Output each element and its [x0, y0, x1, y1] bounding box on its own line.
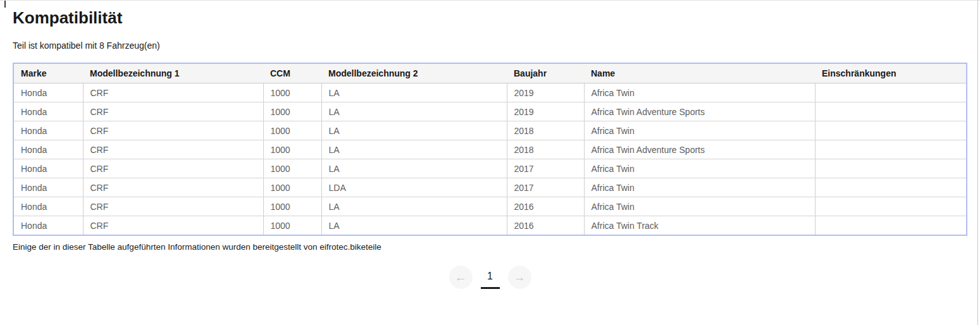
table-cell: Honda — [13, 83, 83, 102]
table-cell: CRF — [83, 178, 263, 197]
column-header-6: Einschränkungen — [815, 63, 967, 83]
table-cell: Honda — [13, 102, 83, 121]
table-cell: 2016 — [507, 216, 584, 236]
column-header-1: Modellbezeichnung 1 — [83, 63, 263, 83]
page-number: 1 — [487, 271, 493, 281]
current-page-underline — [481, 287, 500, 289]
next-page-button[interactable]: → — [508, 266, 531, 289]
table-cell: 1000 — [263, 197, 321, 216]
table-cell: Africa Twin — [584, 197, 815, 216]
table-cell: LDA — [321, 178, 507, 197]
table-cell: 2018 — [507, 121, 584, 140]
table-cell: Africa Twin Track — [584, 216, 815, 236]
table-cell: CRF — [83, 159, 263, 178]
table-cell: 2019 — [507, 102, 584, 121]
table-cell — [815, 197, 967, 216]
table-cell: LA — [321, 102, 507, 121]
table-cell: 1000 — [263, 121, 321, 140]
table-cell: LA — [321, 121, 507, 140]
table-row: HondaCRF1000LA2018Africa Twin Adventure … — [13, 140, 967, 159]
table-cell: 2017 — [507, 178, 584, 197]
table-cell: LA — [321, 159, 507, 178]
top-border-line — [0, 0, 980, 1]
table-cell — [815, 159, 967, 178]
table-cell: LA — [321, 197, 507, 216]
table-cell: CRF — [83, 140, 263, 159]
table-footnote: Einige der in dieser Tabelle aufgeführte… — [13, 242, 980, 252]
table-cell: LA — [321, 140, 507, 159]
column-header-4: Baujahr — [507, 63, 584, 83]
cursor-artifact — [4, 0, 6, 8]
table-cell: Africa Twin — [584, 121, 815, 140]
arrow-right-icon: → — [514, 271, 526, 283]
page-1-button[interactable]: 1 — [481, 266, 500, 291]
table-row: HondaCRF1000LA2017Africa Twin — [13, 159, 967, 178]
table-cell: 1000 — [263, 159, 321, 178]
column-header-5: Name — [584, 63, 815, 83]
table-header-row: MarkeModellbezeichnung 1CCMModellbezeich… — [13, 63, 967, 83]
arrow-left-icon: ← — [455, 271, 467, 283]
table-cell: Honda — [13, 216, 83, 236]
table-row: HondaCRF1000LA2018Africa Twin — [13, 121, 967, 140]
column-header-0: Marke — [13, 63, 83, 83]
table-cell: Honda — [13, 159, 83, 178]
pagination: ← 1 → — [0, 266, 980, 291]
table-cell: 2018 — [507, 140, 584, 159]
table-cell: 2016 — [507, 197, 584, 216]
table-cell — [815, 140, 967, 159]
table-row: HondaCRF1000LDA2017Africa Twin — [13, 178, 967, 197]
table-cell: Honda — [13, 121, 83, 140]
table-cell — [815, 121, 967, 140]
page-title: Kompatibilität — [13, 8, 980, 28]
table-cell: Honda — [13, 140, 83, 159]
table-cell: CRF — [83, 216, 263, 236]
right-border-line — [977, 0, 978, 325]
compatibility-summary: Teil ist kompatibel mit 8 Fahrzeug(en) — [13, 40, 980, 51]
table-cell: Africa Twin — [584, 83, 815, 102]
table-cell: 2017 — [507, 159, 584, 178]
column-header-2: CCM — [263, 63, 321, 83]
column-header-3: Modellbezeichnung 2 — [321, 63, 507, 83]
table-cell: Africa Twin — [584, 178, 815, 197]
table-cell: Honda — [13, 178, 83, 197]
table-cell — [815, 102, 967, 121]
table-cell: 1000 — [263, 216, 321, 236]
table-cell — [815, 83, 967, 102]
table-cell: CRF — [83, 102, 263, 121]
table-row: HondaCRF1000LA2016Africa Twin Track — [13, 216, 967, 236]
table-cell: 1000 — [263, 178, 321, 197]
table-cell: Honda — [13, 197, 83, 216]
table-cell: LA — [321, 83, 507, 102]
table-row: HondaCRF1000LA2019Africa Twin Adventure … — [13, 102, 967, 121]
table-cell: 1000 — [263, 83, 321, 102]
table-cell — [815, 216, 967, 236]
table-cell: CRF — [83, 83, 263, 102]
table-cell: CRF — [83, 197, 263, 216]
table-cell: CRF — [83, 121, 263, 140]
prev-page-button[interactable]: ← — [449, 266, 473, 289]
table-cell: Africa Twin Adventure Sports — [584, 140, 815, 159]
table-cell: 1000 — [263, 140, 321, 159]
table-row: HondaCRF1000LA2016Africa Twin — [13, 197, 967, 216]
table-cell: 1000 — [263, 102, 321, 121]
table-row: HondaCRF1000LA2019Africa Twin — [13, 83, 967, 102]
compatibility-table: MarkeModellbezeichnung 1CCMModellbezeich… — [13, 63, 967, 236]
table-cell: 2019 — [507, 83, 584, 102]
table-cell: Africa Twin Adventure Sports — [584, 102, 815, 121]
table-cell: LA — [321, 216, 507, 236]
table-cell — [815, 178, 967, 197]
table-cell: Africa Twin — [584, 159, 815, 178]
